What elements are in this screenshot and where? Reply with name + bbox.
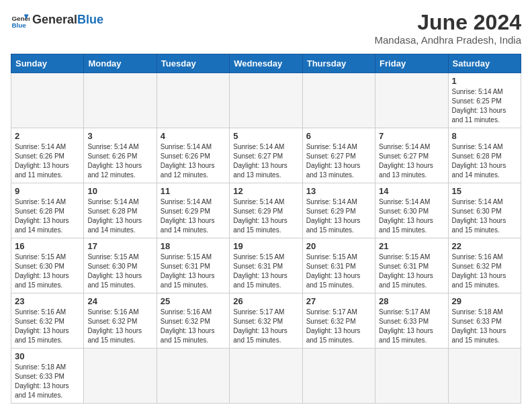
weekday-header: Thursday <box>302 54 375 73</box>
day-info: Sunrise: 5:14 AM Sunset: 6:26 PM Dayligh… <box>15 142 80 180</box>
weekday-header: Friday <box>375 54 448 73</box>
calendar-header-row: SundayMondayTuesdayWednesdayThursdayFrid… <box>11 54 521 73</box>
calendar-cell: 7Sunrise: 5:14 AM Sunset: 6:27 PM Daylig… <box>375 128 448 183</box>
day-info: Sunrise: 5:14 AM Sunset: 6:29 PM Dayligh… <box>161 197 226 235</box>
day-number: 20 <box>306 241 371 251</box>
calendar-cell: 25Sunrise: 5:16 AM Sunset: 6:32 PM Dayli… <box>157 293 229 349</box>
location-subtitle: Mandasa, Andhra Pradesh, India <box>375 34 521 46</box>
weekday-header: Saturday <box>448 54 521 73</box>
day-info: Sunrise: 5:14 AM Sunset: 6:25 PM Dayligh… <box>452 87 517 125</box>
calendar-cell: 23Sunrise: 5:16 AM Sunset: 6:32 PM Dayli… <box>11 293 84 349</box>
calendar-cell <box>157 349 229 404</box>
day-info: Sunrise: 5:16 AM Sunset: 6:32 PM Dayligh… <box>452 253 517 290</box>
day-number: 1 <box>452 76 517 86</box>
day-info: Sunrise: 5:14 AM Sunset: 6:29 PM Dayligh… <box>306 197 371 235</box>
calendar-cell: 1Sunrise: 5:14 AM Sunset: 6:25 PM Daylig… <box>448 73 521 128</box>
day-number: 5 <box>233 131 298 141</box>
weekday-header: Wednesday <box>230 54 302 73</box>
calendar-cell <box>230 73 302 128</box>
calendar-cell: 8Sunrise: 5:14 AM Sunset: 6:28 PM Daylig… <box>448 128 521 183</box>
day-number: 15 <box>452 186 517 196</box>
calendar-week-row: 16Sunrise: 5:15 AM Sunset: 6:30 PM Dayli… <box>11 238 521 293</box>
day-number: 24 <box>87 296 152 306</box>
day-info: Sunrise: 5:14 AM Sunset: 6:28 PM Dayligh… <box>87 197 152 235</box>
calendar-cell <box>230 349 302 404</box>
logo-blue: Blue <box>77 13 103 26</box>
calendar-cell: 24Sunrise: 5:16 AM Sunset: 6:32 PM Dayli… <box>84 293 157 349</box>
calendar-cell: 26Sunrise: 5:17 AM Sunset: 6:32 PM Dayli… <box>230 293 302 349</box>
day-info: Sunrise: 5:16 AM Sunset: 6:32 PM Dayligh… <box>161 308 226 345</box>
day-info: Sunrise: 5:15 AM Sunset: 6:30 PM Dayligh… <box>87 253 152 290</box>
day-info: Sunrise: 5:17 AM Sunset: 6:33 PM Dayligh… <box>379 308 444 345</box>
calendar-week-row: 30Sunrise: 5:18 AM Sunset: 6:33 PM Dayli… <box>11 349 521 404</box>
day-number: 9 <box>15 186 80 196</box>
day-info: Sunrise: 5:14 AM Sunset: 6:26 PM Dayligh… <box>87 142 152 180</box>
calendar-cell <box>448 349 521 404</box>
day-number: 18 <box>161 241 226 251</box>
calendar-cell: 29Sunrise: 5:18 AM Sunset: 6:33 PM Dayli… <box>448 293 521 349</box>
calendar-cell: 6Sunrise: 5:14 AM Sunset: 6:27 PM Daylig… <box>302 128 375 183</box>
day-number: 25 <box>161 296 226 306</box>
day-info: Sunrise: 5:14 AM Sunset: 6:30 PM Dayligh… <box>452 197 517 235</box>
day-number: 6 <box>306 131 371 141</box>
day-number: 27 <box>306 296 371 306</box>
day-info: Sunrise: 5:14 AM Sunset: 6:27 PM Dayligh… <box>306 142 371 180</box>
day-info: Sunrise: 5:16 AM Sunset: 6:32 PM Dayligh… <box>87 308 152 345</box>
day-info: Sunrise: 5:14 AM Sunset: 6:28 PM Dayligh… <box>452 142 517 180</box>
calendar-cell: 5Sunrise: 5:14 AM Sunset: 6:27 PM Daylig… <box>230 128 302 183</box>
logo-general: General <box>32 13 77 26</box>
calendar-cell: 28Sunrise: 5:17 AM Sunset: 6:33 PM Dayli… <box>375 293 448 349</box>
calendar-body: 1Sunrise: 5:14 AM Sunset: 6:25 PM Daylig… <box>11 73 521 404</box>
calendar-cell <box>157 73 229 128</box>
day-number: 21 <box>379 241 444 251</box>
day-info: Sunrise: 5:15 AM Sunset: 6:31 PM Dayligh… <box>306 253 371 290</box>
day-info: Sunrise: 5:18 AM Sunset: 6:33 PM Dayligh… <box>452 308 517 345</box>
day-info: Sunrise: 5:16 AM Sunset: 6:32 PM Dayligh… <box>15 308 80 345</box>
month-year-title: June 2024 <box>375 11 521 34</box>
day-info: Sunrise: 5:15 AM Sunset: 6:31 PM Dayligh… <box>233 253 298 290</box>
logo: General Blue GeneralBlue <box>11 11 103 30</box>
logo-text: GeneralBlue <box>32 13 103 27</box>
day-number: 30 <box>15 351 80 361</box>
calendar-table: SundayMondayTuesdayWednesdayThursdayFrid… <box>11 54 521 404</box>
day-info: Sunrise: 5:14 AM Sunset: 6:27 PM Dayligh… <box>233 142 298 180</box>
day-info: Sunrise: 5:17 AM Sunset: 6:32 PM Dayligh… <box>306 308 371 345</box>
weekday-header: Monday <box>84 54 157 73</box>
day-info: Sunrise: 5:14 AM Sunset: 6:27 PM Dayligh… <box>379 142 444 180</box>
calendar-cell: 12Sunrise: 5:14 AM Sunset: 6:29 PM Dayli… <box>230 183 302 238</box>
calendar-cell: 30Sunrise: 5:18 AM Sunset: 6:33 PM Dayli… <box>11 349 84 404</box>
day-number: 4 <box>161 131 226 141</box>
day-info: Sunrise: 5:17 AM Sunset: 6:32 PM Dayligh… <box>233 308 298 345</box>
calendar-cell: 16Sunrise: 5:15 AM Sunset: 6:30 PM Dayli… <box>11 238 84 293</box>
day-number: 23 <box>15 296 80 306</box>
day-number: 29 <box>452 296 517 306</box>
calendar-cell: 27Sunrise: 5:17 AM Sunset: 6:32 PM Dayli… <box>302 293 375 349</box>
day-number: 10 <box>87 186 152 196</box>
calendar-cell: 19Sunrise: 5:15 AM Sunset: 6:31 PM Dayli… <box>230 238 302 293</box>
calendar-week-row: 9Sunrise: 5:14 AM Sunset: 6:28 PM Daylig… <box>11 183 521 238</box>
day-number: 17 <box>87 241 152 251</box>
day-info: Sunrise: 5:14 AM Sunset: 6:26 PM Dayligh… <box>161 142 226 180</box>
calendar-cell: 22Sunrise: 5:16 AM Sunset: 6:32 PM Dayli… <box>448 238 521 293</box>
svg-text:Blue: Blue <box>11 21 26 29</box>
day-info: Sunrise: 5:14 AM Sunset: 6:29 PM Dayligh… <box>233 197 298 235</box>
calendar-cell: 15Sunrise: 5:14 AM Sunset: 6:30 PM Dayli… <box>448 183 521 238</box>
calendar-cell <box>302 349 375 404</box>
day-number: 3 <box>87 131 152 141</box>
calendar-cell: 20Sunrise: 5:15 AM Sunset: 6:31 PM Dayli… <box>302 238 375 293</box>
calendar-cell <box>11 73 84 128</box>
calendar-cell: 18Sunrise: 5:15 AM Sunset: 6:31 PM Dayli… <box>157 238 229 293</box>
day-info: Sunrise: 5:15 AM Sunset: 6:31 PM Dayligh… <box>161 253 226 290</box>
calendar-cell <box>375 349 448 404</box>
calendar-cell: 21Sunrise: 5:15 AM Sunset: 6:31 PM Dayli… <box>375 238 448 293</box>
calendar-cell: 13Sunrise: 5:14 AM Sunset: 6:29 PM Dayli… <box>302 183 375 238</box>
day-number: 11 <box>161 186 226 196</box>
calendar-cell: 3Sunrise: 5:14 AM Sunset: 6:26 PM Daylig… <box>84 128 157 183</box>
calendar-cell: 2Sunrise: 5:14 AM Sunset: 6:26 PM Daylig… <box>11 128 84 183</box>
calendar-cell <box>375 73 448 128</box>
calendar-cell: 10Sunrise: 5:14 AM Sunset: 6:28 PM Dayli… <box>84 183 157 238</box>
day-info: Sunrise: 5:14 AM Sunset: 6:28 PM Dayligh… <box>15 197 80 235</box>
calendar-week-row: 23Sunrise: 5:16 AM Sunset: 6:32 PM Dayli… <box>11 293 521 349</box>
day-number: 13 <box>306 186 371 196</box>
day-info: Sunrise: 5:18 AM Sunset: 6:33 PM Dayligh… <box>15 363 80 400</box>
